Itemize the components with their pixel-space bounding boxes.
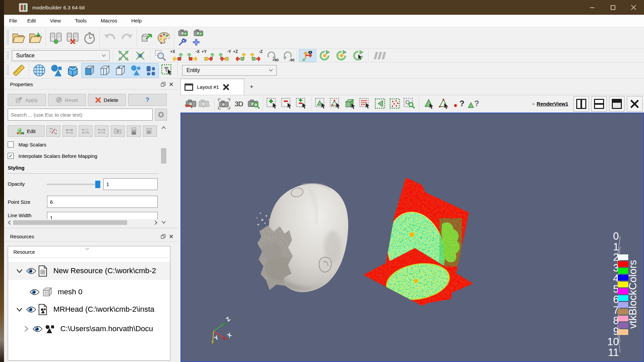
opacity-input[interactable]: [103, 178, 158, 190]
tree-row-mrhead[interactable]: MRHead (C:\work\cmb-2\insta: [8, 301, 170, 317]
menu-macros[interactable]: Macros: [96, 18, 122, 23]
camera-redo-button[interactable]: [198, 97, 212, 111]
delete-button[interactable]: Delete: [88, 94, 126, 106]
rescale-temporal-button[interactable]: t: [95, 125, 109, 137]
capture-view-button[interactable]: [217, 97, 231, 111]
camera-minus-y-button[interactable]: -Y: [216, 49, 232, 62]
rotate-90-cw-button[interactable]: +90: [264, 49, 279, 62]
glyph-source-button[interactable]: [48, 62, 64, 79]
select-frustum-cells-button[interactable]: [359, 97, 373, 111]
visibility-eye-icon[interactable]: [33, 325, 43, 333]
opacity-bar-button[interactable]: [127, 125, 141, 137]
connect-server-button[interactable]: [48, 29, 64, 46]
scroll-thumb[interactable]: [161, 148, 166, 164]
visibility-eye-icon[interactable]: [26, 306, 36, 313]
select-cells-on-surface-button[interactable]: [314, 97, 328, 111]
scroll-left-icon[interactable]: [8, 220, 11, 225]
rotate-90-ccw-button[interactable]: -90: [279, 49, 295, 62]
capture-screenshot-button[interactable]: [178, 28, 188, 38]
favorites-button[interactable]: [111, 125, 125, 137]
toggle-2d-3d-button[interactable]: 3D: [232, 97, 246, 111]
float-panel-button[interactable]: [159, 80, 167, 88]
resources-column-header[interactable]: Resource: [8, 246, 170, 258]
scroll-right-icon[interactable]: [154, 220, 158, 225]
close-view-button[interactable]: [627, 96, 642, 112]
select-frustum-points-button[interactable]: [373, 97, 387, 111]
float-panel-button[interactable]: [159, 233, 167, 240]
title-bar[interactable]: modelbuilder 6.3 64-bit: [4, 0, 644, 15]
query-point-button[interactable]: ?: [451, 97, 466, 111]
interaction-mode-button[interactable]: [370, 47, 387, 64]
select-points-frustum-button[interactable]: [388, 97, 402, 111]
select-points-on-surface-button[interactable]: [329, 97, 343, 111]
timer-button[interactable]: [81, 29, 98, 46]
expanded-chevron-icon[interactable]: [16, 307, 23, 312]
opacity-slider-handle[interactable]: [95, 181, 100, 188]
close-panel-button[interactable]: [167, 80, 175, 88]
menu-help[interactable]: Help: [126, 18, 147, 23]
camera-minus-x-button[interactable]: -X: [185, 49, 201, 62]
open-file-button[interactable]: [10, 29, 27, 46]
new-layout-tab-button[interactable]: +: [244, 79, 259, 95]
tree-row-mesh0[interactable]: mesh 0: [8, 284, 170, 300]
split-vertical-button[interactable]: [591, 96, 607, 112]
visibility-eye-icon[interactable]: [30, 289, 40, 296]
apply-button[interactable]: Apply: [8, 94, 46, 106]
open-import-button[interactable]: [27, 29, 44, 46]
rescale-custom-button[interactable]: C: [78, 125, 93, 137]
rep-points-button[interactable]: [112, 63, 128, 77]
rep-surface-edges-button[interactable]: [97, 63, 112, 77]
properties-horizontal-scrollbar[interactable]: [8, 219, 158, 226]
zoom-to-data-button[interactable]: [132, 47, 149, 64]
separate-colormap-button[interactable]: [46, 125, 60, 137]
rotate-about-center-button[interactable]: [316, 47, 333, 64]
toolbar-grip[interactable]: [6, 65, 9, 76]
camera-plus-x-button[interactable]: +X: [169, 49, 185, 62]
entity-dropdown[interactable]: Entity: [182, 65, 277, 76]
maximize-button[interactable]: [602, 0, 623, 15]
close-panel-button[interactable]: [167, 233, 175, 240]
menu-tools[interactable]: Tools: [70, 18, 92, 23]
measure-button[interactable]: [10, 62, 27, 79]
menu-edit[interactable]: Edit: [22, 18, 41, 23]
camera-plus-z-button[interactable]: +Z: [232, 49, 248, 62]
toolbar-grip[interactable]: [6, 30, 9, 46]
expanded-chevron-icon[interactable]: [16, 269, 23, 273]
properties-panel-header[interactable]: Properties: [4, 79, 178, 89]
capture-screenshot-add-button[interactable]: [194, 28, 204, 38]
scroll-thumb[interactable]: [13, 220, 127, 225]
render-viewport[interactable]: Z X Y 0 1 2 3 4 5 6 7 8: [180, 113, 644, 362]
export-scene-button[interactable]: [139, 29, 156, 46]
camera-undo-button[interactable]: [183, 97, 197, 111]
interactive-select-button[interactable]: [403, 97, 417, 111]
visibility-eye-icon[interactable]: [26, 267, 36, 275]
select-cells-add-button[interactable]: [266, 97, 280, 111]
help-button[interactable]: ?: [128, 94, 167, 106]
query-cell-button[interactable]: ?: [466, 97, 480, 111]
undo-button[interactable]: [102, 29, 118, 46]
preset-editor-button[interactable]: e: [143, 125, 157, 137]
show-orientation-axes-button[interactable]: [299, 49, 316, 62]
grow-selection-button[interactable]: [422, 97, 436, 111]
menu-view[interactable]: View: [45, 18, 66, 23]
zoom-to-box-button[interactable]: [152, 47, 169, 64]
shrink-selection-button[interactable]: [437, 97, 451, 111]
rep-glyph-button[interactable]: [128, 63, 143, 77]
camera-plus-y-button[interactable]: +Y: [201, 49, 216, 62]
search-input[interactable]: [8, 109, 153, 121]
rotate-with-cursor-button[interactable]: [350, 47, 367, 64]
reset-button[interactable]: Reset: [48, 94, 86, 106]
scroll-down-icon[interactable]: [161, 221, 166, 224]
rotate-about-crosshair-button[interactable]: [333, 47, 350, 64]
render-view-name[interactable]: RenderView1: [537, 101, 568, 107]
select-cells-subtract-button[interactable]: [280, 97, 294, 111]
close-tab-icon[interactable]: [222, 83, 230, 91]
search-options-button[interactable]: [155, 109, 167, 121]
maximize-view-button[interactable]: [609, 96, 625, 112]
redo-button[interactable]: [118, 29, 135, 46]
minimize-button[interactable]: [582, 0, 602, 15]
map-scalars-checkbox[interactable]: [8, 141, 14, 147]
tree-row-new-resource[interactable]: New Resource (C:\work\cmb-2: [8, 262, 170, 280]
rescale-range-button[interactable]: [62, 125, 76, 137]
split-horizontal-button[interactable]: [574, 96, 589, 112]
